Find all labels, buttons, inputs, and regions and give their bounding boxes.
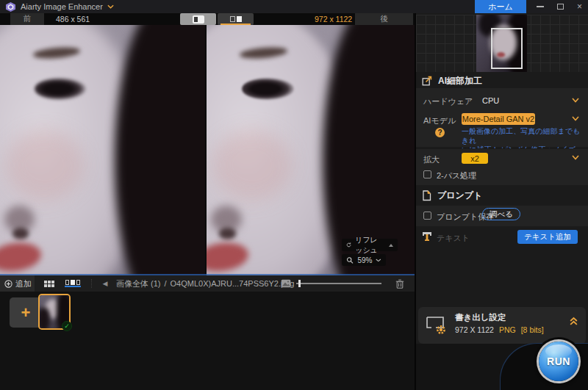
export-settings-icon bbox=[426, 316, 448, 335]
refresh-icon bbox=[346, 241, 351, 249]
refresh-button[interactable]: リフレッシュ bbox=[342, 239, 398, 251]
breadcrumb: 画像全体 (1) / O4QML0X)AJRU...74PSS6Y2.png bbox=[116, 275, 294, 292]
two-pass-label: 2-パス処理 bbox=[437, 170, 476, 181]
hardware-label: ハードウェア bbox=[423, 96, 473, 107]
export-summary: 972 X 1122 PNG [8 bits] bbox=[455, 325, 544, 334]
maximize-icon[interactable] bbox=[557, 4, 564, 10]
grid-view-icon bbox=[44, 281, 54, 287]
text-label: テキスト bbox=[437, 233, 470, 244]
image-viewer: リフレッシュ 59% bbox=[0, 25, 415, 275]
scale-label: 拡大 bbox=[423, 154, 440, 165]
close-icon[interactable]: × bbox=[577, 3, 582, 10]
split-view-icon bbox=[230, 16, 242, 22]
single-view-icon bbox=[193, 15, 204, 24]
plus-circle-icon bbox=[4, 280, 12, 288]
model-help-icon[interactable]: ? bbox=[435, 128, 445, 137]
magnifier-icon bbox=[346, 256, 354, 264]
minimize-icon[interactable] bbox=[537, 6, 544, 7]
add-image-label: 追加 bbox=[15, 278, 32, 289]
delete-button[interactable] bbox=[395, 275, 405, 292]
after-tab: 後 bbox=[355, 13, 413, 25]
inspect-button[interactable]: 調べる bbox=[482, 208, 520, 220]
ai-model-chevron-icon[interactable] bbox=[572, 116, 579, 121]
export-bits: [8 bits] bbox=[521, 325, 544, 334]
image-thumbnail-selected[interactable]: ✓ bbox=[38, 294, 71, 330]
compare-bar: 前 486 x 561 972 x 1122 後 bbox=[0, 13, 415, 25]
enhance-expand-icon bbox=[422, 76, 432, 86]
ai-model-label: AIモデル bbox=[423, 115, 456, 126]
breadcrumb-separator: / bbox=[165, 279, 167, 288]
app-title: Aiarty Image Enhancer bbox=[21, 2, 103, 11]
two-pass-checkbox[interactable] bbox=[423, 170, 431, 178]
export-format: PNG bbox=[499, 325, 516, 334]
export-settings-panel[interactable]: 書き出し設定 972 X 1122 PNG [8 bits] bbox=[418, 307, 586, 344]
prompt-title: プロンプト bbox=[437, 189, 482, 202]
filmstrip-view-button[interactable] bbox=[63, 275, 82, 292]
back-button[interactable]: ◀ bbox=[100, 275, 110, 292]
run-area: RUN bbox=[416, 344, 588, 390]
text-row: テキスト テキスト追加 bbox=[416, 229, 588, 247]
breadcrumb-scope[interactable]: 画像全体 (1) bbox=[116, 278, 161, 289]
detected-face-preview bbox=[416, 15, 588, 72]
thumbnail-size-slider[interactable] bbox=[296, 275, 381, 292]
add-thumbnail-tile[interactable]: + bbox=[10, 297, 42, 328]
after-size-label: 972 x 1122 bbox=[315, 15, 352, 24]
add-image-button[interactable]: 追加 bbox=[0, 275, 35, 292]
refresh-label: リフレッシュ bbox=[355, 235, 384, 256]
trash-icon bbox=[395, 279, 404, 289]
zoom-level-value: 59% bbox=[357, 256, 372, 264]
zoom-chevron-icon bbox=[376, 259, 381, 262]
ai-detail-title: AI細部加工 bbox=[438, 75, 482, 87]
grid-view-button[interactable] bbox=[41, 275, 57, 292]
add-text-button[interactable]: テキスト追加 bbox=[517, 230, 578, 244]
run-button[interactable]: RUN bbox=[539, 342, 578, 381]
prompt-section-header: プロンプト bbox=[422, 189, 482, 201]
export-size: 972 X 1122 bbox=[455, 325, 494, 334]
face-detection-box[interactable] bbox=[491, 28, 523, 69]
prompt-save-checkbox[interactable] bbox=[423, 212, 431, 220]
scale-chevron-icon[interactable] bbox=[572, 155, 579, 160]
app-window: Aiarty Image Enhancer ホーム × 前 486 x 561 bbox=[0, 0, 588, 390]
slider-handle[interactable] bbox=[298, 280, 301, 287]
before-image-pane[interactable] bbox=[0, 25, 207, 275]
app-logo-icon bbox=[6, 2, 15, 12]
selected-check-icon: ✓ bbox=[62, 321, 72, 331]
view-mode-toggles bbox=[180, 13, 254, 25]
toolbar-separator bbox=[91, 279, 92, 288]
scale-panel: 拡大 x2 2-パス処理 bbox=[416, 148, 588, 185]
model-panel: ハードウェア CPU AIモデル More-Detail GAN v2 ? 一般… bbox=[416, 88, 588, 147]
before-tab: 前 bbox=[10, 13, 44, 25]
run-button-label: RUN bbox=[547, 355, 570, 367]
image-size-icon bbox=[281, 279, 291, 288]
file-toolbar: 追加 ◀ 画像全体 (1) / O4QML0X)AJRU...74PSS6Y2.… bbox=[0, 275, 415, 292]
before-size-label: 486 x 561 bbox=[56, 15, 90, 24]
ai-model-select[interactable]: More-Detail GAN v2 bbox=[462, 113, 535, 125]
split-view-button[interactable] bbox=[218, 13, 254, 25]
settings-sidebar: AI細部加工 ハードウェア CPU AIモデル More-Detail GAN … bbox=[416, 13, 588, 390]
collapse-chevrons-icon[interactable] bbox=[569, 317, 578, 326]
zoom-control[interactable]: 59% bbox=[342, 254, 386, 266]
hardware-chevron-icon[interactable] bbox=[572, 98, 579, 103]
titlebar: Aiarty Image Enhancer ホーム × bbox=[0, 0, 588, 13]
thumbnail-strip: + ✓ bbox=[0, 292, 415, 390]
app-menu-chevron-icon[interactable] bbox=[107, 4, 114, 9]
scale-select[interactable]: x2 bbox=[462, 153, 488, 164]
hardware-select[interactable]: CPU bbox=[482, 96, 499, 105]
text-T-icon bbox=[422, 231, 432, 242]
single-view-button[interactable] bbox=[180, 13, 216, 25]
refresh-expand-icon bbox=[389, 244, 393, 247]
ai-detail-section-header: AI細部加工 bbox=[422, 75, 482, 87]
filmstrip-view-icon bbox=[65, 280, 80, 287]
home-button[interactable]: ホーム bbox=[475, 0, 526, 13]
prompt-save-panel: プロンプト保存 調べる bbox=[416, 206, 588, 226]
export-title: 書き出し設定 bbox=[455, 312, 506, 323]
prompt-doc-icon bbox=[422, 190, 431, 201]
breadcrumb-filename: O4QML0X)AJRU...74PSS6Y2.png bbox=[171, 279, 295, 288]
main-area: 前 486 x 561 972 x 1122 後 bbox=[0, 13, 416, 390]
